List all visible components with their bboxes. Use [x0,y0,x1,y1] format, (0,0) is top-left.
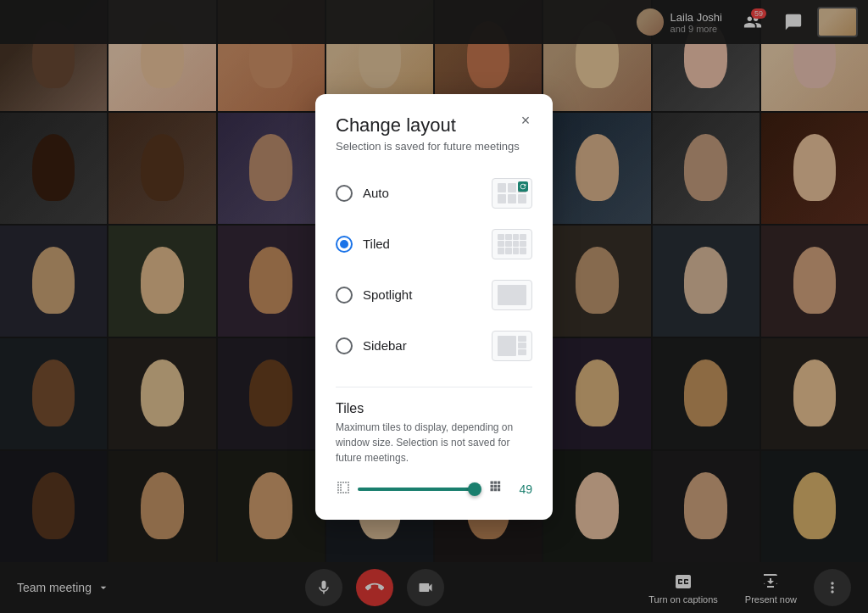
layout-label-sidebar: Sidebar [363,338,407,353]
radio-sidebar[interactable] [336,337,353,354]
modal-title: Change layout [336,114,532,137]
tiles-title: Tiles [336,401,532,416]
radio-inner-tiled [340,240,348,248]
tiles-desc: Maximum tiles to display, depending on w… [336,420,532,465]
layout-label-auto: Auto [363,186,389,200]
layout-icon-sidebar [492,331,532,361]
layout-label-tiled: Tiled [363,237,390,251]
radio-tiled[interactable] [336,236,353,253]
slider-min-icon [336,480,351,499]
layout-label-spotlight: Spotlight [363,287,412,302]
layout-options: Auto [336,170,532,370]
layout-option-sidebar[interactable]: Sidebar [336,322,532,370]
modal-overlay: Change layout Selection is saved for fut… [0,0,868,613]
tiles-slider[interactable] [358,481,481,498]
tiles-value: 49 [512,482,532,496]
layout-option-auto[interactable]: Auto [336,170,532,217]
radio-auto[interactable] [336,185,353,202]
close-button[interactable]: × [512,108,539,135]
radio-spotlight[interactable] [336,287,353,304]
layout-option-tiled[interactable]: Tiled [336,220,532,268]
layout-icon-tiled [492,229,532,259]
slider-row: 49 [336,479,532,499]
layout-option-spotlight[interactable]: Spotlight [336,271,532,319]
layout-icon-spotlight [492,280,532,310]
change-layout-modal: Change layout Selection is saved for fut… [315,94,553,520]
layout-icon-auto [492,178,532,209]
slider-max-icon [488,479,505,499]
tiles-section: Tiles Maximum tiles to display, dependin… [336,387,532,499]
modal-subtitle: Selection is saved for future meetings [336,140,532,153]
